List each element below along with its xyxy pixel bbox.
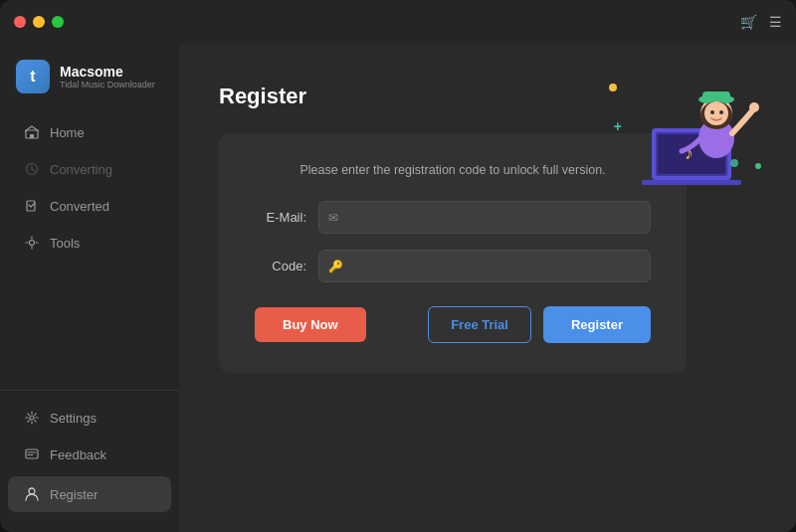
main-layout: t Macsome Tidal Music Downloader Ho xyxy=(0,44,796,532)
traffic-lights xyxy=(14,16,64,28)
register-icon xyxy=(24,486,40,502)
settings-icon xyxy=(24,410,40,426)
code-row: Code: 🔑 xyxy=(255,250,651,282)
code-label: Code: xyxy=(255,259,306,273)
brand-icon: t xyxy=(16,60,50,93)
sidebar-nav: Home Converting xyxy=(0,105,179,390)
sidebar-item-feedback[interactable]: Feedback xyxy=(8,437,171,472)
sidebar-item-converting: Converting xyxy=(8,151,171,187)
svg-point-5 xyxy=(30,416,34,420)
sidebar-label-home: Home xyxy=(50,125,85,140)
sidebar-brand: t Macsome Tidal Music Downloader xyxy=(0,44,179,105)
svg-point-7 xyxy=(29,488,35,494)
svg-point-4 xyxy=(30,241,35,246)
email-input-wrap: ✉ xyxy=(318,201,651,234)
svg-rect-3 xyxy=(27,201,35,211)
svg-point-22 xyxy=(730,159,738,167)
minimize-button[interactable] xyxy=(33,16,45,28)
home-icon xyxy=(24,124,40,140)
code-input[interactable] xyxy=(318,250,651,282)
feedback-icon xyxy=(24,446,40,462)
code-input-wrap: 🔑 xyxy=(318,250,651,282)
sidebar-label-converted: Converted xyxy=(50,199,109,214)
svg-point-21 xyxy=(749,102,759,112)
tools-icon xyxy=(24,235,40,251)
svg-rect-6 xyxy=(26,449,38,458)
email-row: E-Mail: ✉ xyxy=(255,201,651,234)
right-buttons: Free Trial Register xyxy=(428,306,651,343)
titlebar: 🛒 ☰ xyxy=(0,0,796,44)
sidebar-item-settings[interactable]: Settings xyxy=(8,400,171,436)
sidebar: t Macsome Tidal Music Downloader Ho xyxy=(0,44,179,532)
sidebar-label-register: Register xyxy=(50,487,98,502)
sidebar-label-feedback: Feedback xyxy=(50,447,106,462)
sidebar-bottom: Settings Feedback xyxy=(0,390,179,532)
maximize-button[interactable] xyxy=(52,16,64,28)
svg-point-19 xyxy=(710,110,714,114)
sidebar-label-settings: Settings xyxy=(50,411,97,426)
register-button[interactable]: Register xyxy=(543,306,651,343)
svg-point-18 xyxy=(704,101,728,125)
brand-text: Macsome Tidal Music Downloader xyxy=(60,64,155,89)
converted-icon xyxy=(24,198,40,214)
converting-icon xyxy=(24,161,40,177)
illustration: ♪ xyxy=(617,64,766,193)
sidebar-item-home[interactable]: Home xyxy=(8,114,171,150)
key-icon: 🔑 xyxy=(328,260,343,273)
sidebar-item-converted[interactable]: Converted xyxy=(8,188,171,224)
brand-name: Macsome xyxy=(60,64,155,80)
app-window: 🛒 ☰ t Macsome Tidal Music Downloader xyxy=(0,0,796,532)
email-input[interactable] xyxy=(318,201,651,234)
sidebar-label-tools: Tools xyxy=(50,236,80,251)
email-label: E-Mail: xyxy=(255,210,306,225)
sidebar-item-register[interactable]: Register xyxy=(8,476,171,512)
email-icon: ✉ xyxy=(328,211,338,225)
sidebar-item-tools[interactable]: Tools xyxy=(8,225,171,261)
decoration-dot-yellow xyxy=(609,84,617,91)
card-subtitle: Please enter the registration code to un… xyxy=(255,163,651,177)
titlebar-actions: 🛒 ☰ xyxy=(740,14,782,30)
free-trial-button[interactable]: Free Trial xyxy=(428,306,531,343)
cart-icon[interactable]: 🛒 xyxy=(740,14,757,30)
sidebar-label-converting: Converting xyxy=(50,162,112,177)
buy-now-button[interactable]: Buy Now xyxy=(255,307,366,342)
content-area: + ♪ xyxy=(179,44,796,532)
close-button[interactable] xyxy=(14,16,26,28)
form-actions: Buy Now Free Trial Register xyxy=(255,306,651,343)
brand-subtitle: Tidal Music Downloader xyxy=(60,80,155,89)
svg-rect-12 xyxy=(642,180,741,185)
menu-icon[interactable]: ☰ xyxy=(769,14,782,30)
svg-point-20 xyxy=(719,110,723,114)
svg-rect-1 xyxy=(30,134,34,138)
